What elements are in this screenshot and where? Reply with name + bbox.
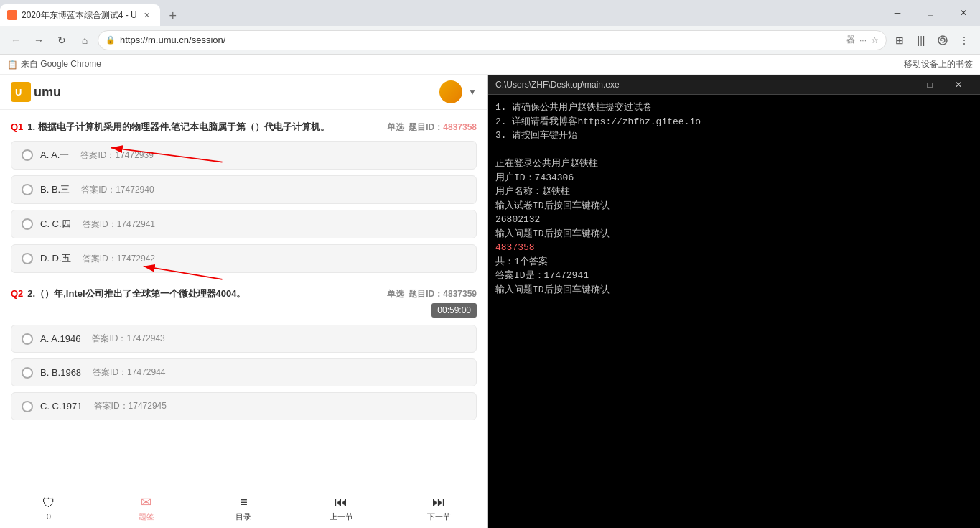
bottom-nav-menu-label: 目录	[235, 511, 251, 522]
umu-logo[interactable]: U umu	[11, 82, 61, 102]
umu-logo-icon: U	[11, 82, 31, 102]
option-1-b[interactable]: B. B.三 答案ID：17472940	[11, 175, 477, 204]
radio-1-b[interactable]	[22, 184, 33, 195]
cmd-line-username: 用户名称：赵铁柱	[495, 185, 973, 199]
question-2-header: Q2 2.（）年,Intel公司推出了全球第一个微处理器4004。 单选 题目I…	[11, 287, 477, 300]
quiz-content: Q1 1. 根据电子计算机采用的物理器件,笔记本电脑属于第（）代电子计算机。 单…	[0, 110, 487, 488]
option-2-c[interactable]: C. C.1971 答案ID：17472945	[11, 392, 477, 420]
mail-icon: ✉	[141, 494, 151, 510]
option-2-a-id: 答案ID：17472943	[92, 333, 164, 345]
cmd-line-2: 2. 详细请看我博客https://zhfhz.gitee.io	[495, 115, 973, 129]
question-2-num: Q2	[11, 288, 23, 299]
address-more-icon: ···	[859, 35, 867, 45]
question-2-type: 单选	[387, 288, 404, 300]
browser-toolbar: ← → ↻ ⌂ 🔒 https://m.umu.cn/session/ 器 ··…	[0, 26, 980, 55]
chevron-down-icon[interactable]: ▼	[468, 87, 477, 97]
home-button[interactable]: ⌂	[75, 30, 95, 50]
bottom-nav-next[interactable]: ⏭ 下一节	[417, 495, 460, 522]
address-extension-icon: 器	[846, 34, 855, 46]
cmd-line-input-question: 输入问题ID后按回车键确认	[495, 227, 973, 241]
option-1-d[interactable]: D. D.五 答案ID：17472942	[11, 244, 477, 273]
radio-1-a[interactable]	[22, 149, 33, 161]
option-1-b-id: 答案ID：17472940	[81, 184, 154, 196]
question-2-id-label: 题目ID：4837359	[409, 288, 477, 300]
next-icon: ⏭	[432, 495, 445, 510]
tab-title: 2020年东博蓝本综合测试4 - U	[22, 9, 137, 22]
new-tab-button[interactable]: +	[163, 6, 183, 26]
sync-icon[interactable]	[933, 30, 953, 50]
prev-icon: ⏮	[335, 495, 347, 510]
option-2-a-text: A. A.1946	[40, 333, 80, 344]
active-tab[interactable]: 2020年东博蓝本综合测试4 - U ✕	[0, 4, 160, 26]
cmd-title-text: C:\Users\ZHF\Desktop\main.exe	[495, 80, 887, 90]
cmd-line-3: 3. 请按回车键开始	[495, 129, 973, 143]
minimize-button[interactable]: ─	[881, 0, 914, 26]
bottom-nav-menu[interactable]: ≡ 目录	[222, 495, 265, 522]
question-1-header: Q1 1. 根据电子计算机采用的物理器件,笔记本电脑属于第（）代电子计算机。 单…	[11, 121, 477, 134]
cmd-line-userid: 用户ID：7434306	[495, 171, 973, 185]
cmd-line-input-next: 输入问题ID后按回车键确认	[495, 283, 973, 297]
option-2-a[interactable]: A. A.1946 答案ID：17472943	[11, 325, 477, 353]
question-1-options: A. A.一 答案ID：17472939 B. B.三 答案ID：1747294…	[11, 141, 477, 273]
settings-icon[interactable]: ⋮	[954, 30, 974, 50]
cmd-restore-button[interactable]: □	[915, 75, 944, 95]
option-1-a-text: A. A.一	[40, 149, 69, 162]
address-bar[interactable]: 🔒 https://m.umu.cn/session/ 器 ··· ☆	[98, 30, 887, 50]
timer-row: 00:59:00	[11, 303, 477, 318]
extensions-icon[interactable]: ⊞	[890, 30, 910, 50]
shield-icon: 🛡	[42, 496, 55, 511]
radio-2-b[interactable]	[22, 367, 33, 379]
bottom-nav-mail[interactable]: ✉ 题签	[125, 494, 168, 522]
info-bar-source: 📋 来自 Google Chrome	[7, 58, 101, 70]
url-text: https://m.umu.cn/session/	[120, 34, 842, 45]
bottom-nav-shield[interactable]: 🛡 0	[27, 496, 70, 521]
toolbar-icons: ⊞ ||| ⋮	[890, 30, 974, 50]
bottom-nav-prev[interactable]: ⏮ 上一节	[319, 495, 363, 522]
cmd-line-input-exam: 输入试卷ID后按回车键确认	[495, 199, 973, 213]
option-2-b[interactable]: B. B.1968 答案ID：17472944	[11, 358, 477, 386]
cmd-line-blank	[495, 143, 973, 157]
cmd-window: C:\Users\ZHF\Desktop\main.exe ─ □ ✕ 1. 请…	[488, 75, 980, 528]
lock-icon: 🔒	[106, 35, 116, 45]
radio-1-d[interactable]	[22, 253, 33, 264]
user-avatar[interactable]	[439, 80, 462, 103]
option-2-c-text: C. C.1971	[40, 401, 83, 412]
info-bar-source-text: 来自 Google Chrome	[21, 58, 101, 70]
umu-logo-text: umu	[34, 85, 61, 100]
svg-text:U: U	[15, 87, 22, 98]
radio-1-c[interactable]	[22, 218, 33, 230]
forward-button[interactable]: →	[29, 30, 49, 50]
timer-badge: 00:59:00	[431, 303, 477, 318]
address-star-icon[interactable]: ☆	[871, 35, 879, 45]
cmd-minimize-button[interactable]: ─	[887, 75, 915, 95]
cmd-line-exam-id: 26802132	[495, 213, 973, 227]
cmd-close-button[interactable]: ✕	[944, 75, 973, 95]
refresh-button[interactable]: ↻	[52, 30, 72, 50]
profile-icon[interactable]: |||	[911, 30, 931, 50]
cmd-line-login: 正在登录公共用户赵铁柱	[495, 157, 973, 171]
cmd-line-1: 1. 请确保公共用户赵铁柱提交过试卷	[495, 101, 973, 115]
tab-bar: 2020年东博蓝本综合测试4 - U ✕ + ─ □ ✕	[0, 0, 980, 26]
bottom-nav: 🛡 0 ✉ 题签 ≡ 目录 ⏮ 上一节 ⏭ 下一节	[0, 488, 487, 528]
option-1-c-text: C. C.四	[40, 218, 71, 231]
cmd-line-count: 共：1个答案	[495, 255, 973, 269]
radio-2-a[interactable]	[22, 333, 33, 345]
back-button[interactable]: ←	[6, 30, 26, 50]
info-bar-right-text: 移动设备上的书签	[904, 58, 973, 70]
tab-close-button[interactable]: ✕	[141, 9, 153, 21]
question-1-text: 1. 根据电子计算机采用的物理器件,笔记本电脑属于第（）代电子计算机。	[27, 121, 383, 134]
cmd-window-controls: ─ □ ✕	[887, 75, 973, 95]
option-1-a-id: 答案ID：17472939	[80, 149, 153, 162]
cmd-body: 1. 请确保公共用户赵铁柱提交过试卷 2. 详细请看我博客https://zhf…	[488, 95, 980, 528]
browser-content: U umu ▼	[0, 75, 488, 528]
close-button[interactable]: ✕	[947, 0, 980, 26]
option-1-c[interactable]: C. C.四 答案ID：17472941	[11, 210, 477, 238]
option-1-a[interactable]: A. A.一 答案ID：17472939	[11, 141, 477, 170]
option-1-b-text: B. B.三	[40, 183, 70, 196]
radio-2-c[interactable]	[22, 401, 33, 412]
restore-button[interactable]: □	[914, 0, 947, 26]
bottom-nav-next-label: 下一节	[427, 511, 451, 522]
question-1-id-label: 题目ID：4837358	[409, 121, 477, 134]
tab-favicon	[7, 10, 17, 20]
question-1-id-value: 4837358	[443, 122, 477, 132]
